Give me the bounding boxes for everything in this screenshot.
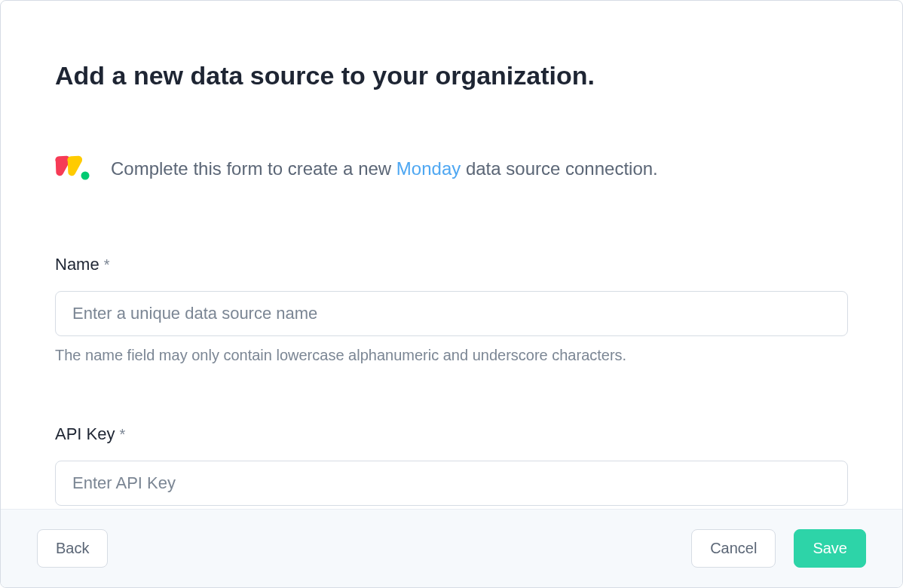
api-key-label: API Key * [55, 424, 848, 444]
content-area: Add a new data source to your organizati… [1, 1, 902, 509]
form-group-name: Name * The name field may only contain l… [55, 255, 848, 364]
intro-text-after: data source connection. [461, 158, 658, 179]
api-key-input[interactable] [55, 461, 848, 506]
api-key-required-indicator: * [120, 426, 126, 443]
monday-logo-icon [55, 155, 93, 183]
intro-text-before: Complete this form to create a new [111, 158, 396, 179]
name-input[interactable] [55, 291, 848, 336]
back-button[interactable]: Back [37, 529, 108, 568]
svg-point-0 [81, 172, 90, 180]
intro-text: Complete this form to create a new Monda… [111, 158, 658, 179]
form-group-api-key: API Key * [55, 424, 848, 506]
cancel-button[interactable]: Cancel [691, 529, 776, 568]
name-required-indicator: * [104, 256, 110, 273]
name-label: Name * [55, 255, 848, 274]
footer: Back Cancel Save [1, 509, 902, 587]
name-label-text: Name [55, 255, 99, 274]
save-button[interactable]: Save [794, 529, 866, 568]
name-help-text: The name field may only contain lowercas… [55, 347, 848, 364]
footer-right: Cancel Save [691, 529, 866, 568]
page-title: Add a new data source to your organizati… [55, 61, 848, 90]
footer-left: Back [37, 529, 108, 568]
monday-link[interactable]: Monday [396, 158, 461, 179]
intro-row: Complete this form to create a new Monda… [55, 155, 848, 183]
api-key-label-text: API Key [55, 424, 115, 443]
